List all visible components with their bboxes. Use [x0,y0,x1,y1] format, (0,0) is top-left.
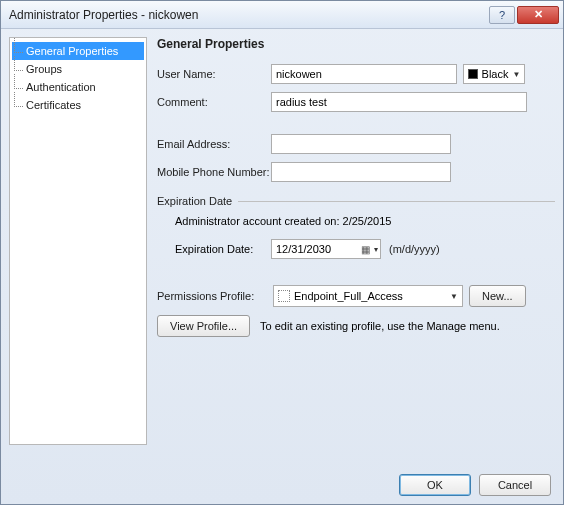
titlebar: Administrator Properties - nickowen ? ✕ [1,1,563,29]
help-icon: ? [499,9,505,21]
permissions-select[interactable]: Endpoint_Full_Access ▼ [273,285,463,307]
ok-button[interactable]: OK [399,474,471,496]
expiration-date-label: Expiration Date: [175,243,271,255]
comment-input[interactable] [271,92,527,112]
window-title: Administrator Properties - nickowen [9,8,489,22]
edit-profile-hint: To edit an existing profile, use the Man… [260,320,500,332]
color-swatch-icon [468,69,478,79]
nav-item-general-properties[interactable]: General Properties [12,42,144,60]
permissions-selected: Endpoint_Full_Access [294,290,403,302]
mobile-input[interactable] [271,162,451,182]
expiration-date-value: 12/31/2030 [276,243,331,255]
chevron-down-icon: ▼ [450,292,458,301]
created-on-text: Administrator account created on: 2/25/2… [175,215,555,227]
titlebar-buttons: ? ✕ [489,6,559,24]
color-select[interactable]: Black ▼ [463,64,525,84]
username-label: User Name: [157,68,271,80]
calendar-icon: ▦ [361,244,370,255]
nav-item-certificates[interactable]: Certificates [12,96,144,114]
email-label: Email Address: [157,138,271,150]
dialog-footer: OK Cancel [399,474,551,496]
profile-icon [278,290,290,302]
chevron-down-icon: ▾ [374,245,378,254]
comment-label: Comment: [157,96,271,108]
divider [238,201,555,202]
chevron-down-icon: ▼ [512,70,520,79]
client-area: General Properties Groups Authentication… [1,29,563,504]
expiration-date-input[interactable]: 12/31/2030 ▦ ▾ [271,239,381,259]
date-format-hint: (m/d/yyyy) [389,243,440,255]
view-profile-button[interactable]: View Profile... [157,315,250,337]
expiration-legend: Expiration Date [157,195,232,207]
expiration-group: Expiration Date Administrator account cr… [157,195,555,259]
color-select-label: Black [482,68,509,80]
username-input[interactable] [271,64,457,84]
page-title: General Properties [157,37,555,51]
nav-item-groups[interactable]: Groups [12,60,144,78]
mobile-label: Mobile Phone Number: [157,166,271,178]
nav-tree: General Properties Groups Authentication… [9,37,147,445]
permissions-label: Permissions Profile: [157,290,267,302]
nav-item-authentication[interactable]: Authentication [12,78,144,96]
main-panel: General Properties User Name: Black ▼ Co… [157,37,555,496]
dialog-window: Administrator Properties - nickowen ? ✕ … [0,0,564,505]
help-button[interactable]: ? [489,6,515,24]
close-icon: ✕ [534,8,543,21]
new-profile-button[interactable]: New... [469,285,526,307]
cancel-button[interactable]: Cancel [479,474,551,496]
close-button[interactable]: ✕ [517,6,559,24]
email-input[interactable] [271,134,451,154]
